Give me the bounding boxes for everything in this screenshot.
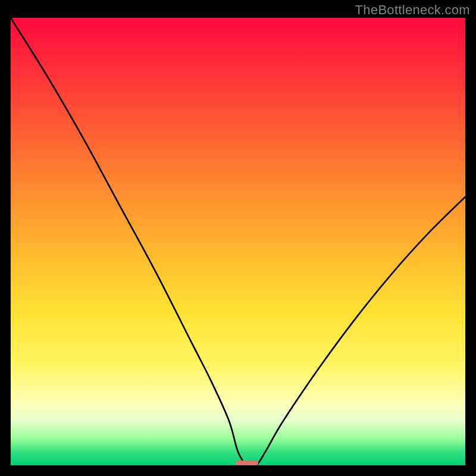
optimal-marker (236, 461, 258, 465)
bottleneck-curve (11, 18, 465, 465)
chart-container: TheBottleneck.com (0, 0, 476, 476)
plot-area (11, 18, 465, 465)
watermark-text: TheBottleneck.com (355, 2, 470, 18)
